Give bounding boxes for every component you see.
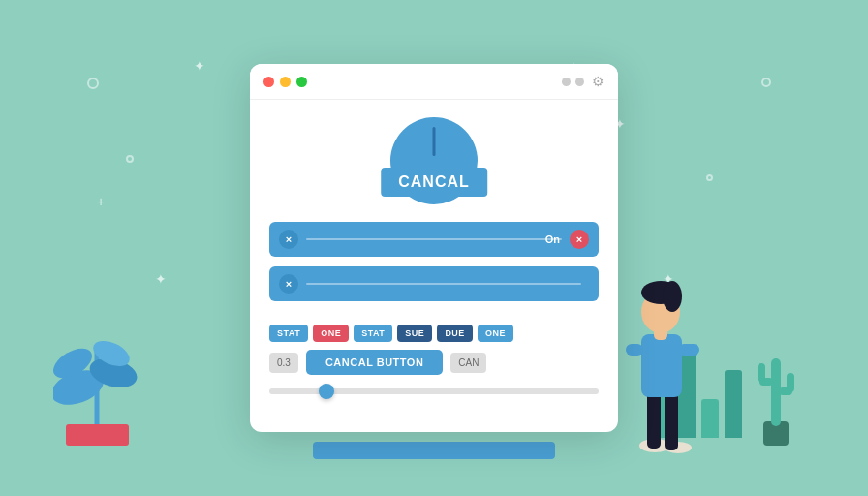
on-indicator: On <box>545 233 560 245</box>
dot-sm-2 <box>575 78 584 86</box>
person-figure <box>618 252 705 459</box>
dial-container: CANCAL <box>250 100 618 214</box>
tag-one-1[interactable]: ONE <box>313 325 349 342</box>
tag-due[interactable]: DUE <box>437 325 473 342</box>
close-icon-left-2[interactable]: × <box>279 274 298 294</box>
svg-rect-14 <box>665 392 678 450</box>
deco-circle-1 <box>87 78 99 89</box>
window-base <box>313 442 555 459</box>
slider-section <box>250 381 618 406</box>
row-line-1 <box>306 238 562 240</box>
row-line-2 <box>306 283 581 285</box>
titlebar: ⚙ <box>250 64 618 100</box>
dot-red[interactable] <box>264 77 274 87</box>
close-icon-left-1[interactable]: × <box>279 230 298 249</box>
form-row-1: × On × <box>269 222 599 257</box>
slider-track[interactable] <box>269 388 599 394</box>
tag-stat-2[interactable]: STAT <box>354 325 392 342</box>
cancel-small-badge: 0.3 <box>269 353 298 373</box>
svg-rect-16 <box>678 344 699 356</box>
svg-rect-8 <box>758 363 765 383</box>
tag-sue[interactable]: SUE <box>397 325 432 342</box>
cancel-button[interactable]: CANCAL BUTTON <box>306 350 443 375</box>
gear-icon[interactable]: ⚙ <box>592 74 604 89</box>
buttons-section: STAT ONE STAT SUE DUE ONE 0.3 CANCAL BUT… <box>250 319 618 381</box>
dot-green[interactable] <box>296 77 307 87</box>
titlebar-right-dots <box>562 78 584 86</box>
svg-point-21 <box>663 281 682 312</box>
cancel-side-btn[interactable]: CAN <box>450 353 486 373</box>
svg-rect-13 <box>647 392 661 449</box>
cancel-button-row: 0.3 CANCAL BUTTON CAN <box>269 350 599 375</box>
svg-rect-15 <box>641 334 682 397</box>
titlebar-dots <box>264 77 307 87</box>
deco-circle-3 <box>761 78 771 87</box>
close-icon-right-1[interactable]: × <box>570 230 589 249</box>
form-section: × On × × <box>250 214 618 319</box>
svg-rect-17 <box>626 344 643 356</box>
star-icon-1: ✦ <box>194 58 205 74</box>
dot-yellow[interactable] <box>280 77 291 87</box>
cancel-label: CANCAL <box>381 168 487 197</box>
window-body: CANCAL × On × × ST <box>250 100 618 406</box>
slider-thumb[interactable] <box>319 384 334 399</box>
deco-circle-2 <box>126 155 134 163</box>
main-window: ⚙ CANCAL × On × <box>250 64 618 432</box>
dot-sm-1 <box>562 78 571 86</box>
tag-stat-1[interactable]: STAT <box>269 325 308 342</box>
dial-needle <box>433 127 436 156</box>
planter-box-left <box>66 424 129 446</box>
form-row-2: × <box>269 266 599 301</box>
button-tags-row: STAT ONE STAT SUE DUE ONE <box>269 325 599 342</box>
plant-right <box>752 329 800 450</box>
scene: ✦ ✦ ✦ ✦ + + <box>0 0 868 496</box>
svg-rect-10 <box>787 373 794 392</box>
deco-circle-4 <box>706 174 713 181</box>
star-icon-3: ✦ <box>155 271 167 287</box>
tag-one-2[interactable]: ONE <box>478 325 513 342</box>
star-icon-5: + <box>97 194 105 209</box>
